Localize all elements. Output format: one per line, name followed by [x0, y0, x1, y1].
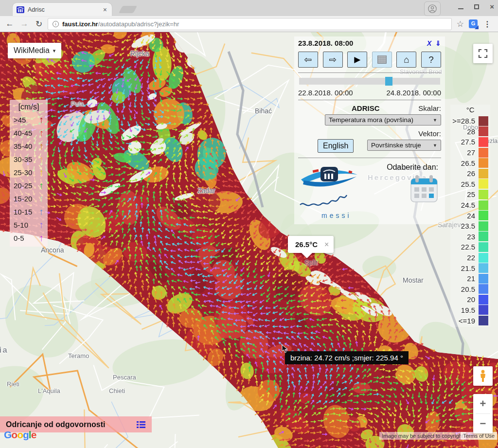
temp-scale-row: 21.5 [452, 263, 488, 273]
map-place-label: Rieti [7, 380, 19, 388]
back-icon[interactable]: ← [4, 19, 16, 29]
map-viewport[interactable]: RijekaPulaBihaćSlavonski BrodDobojTuzlaZ… [0, 32, 498, 448]
google-logo-letter: o [17, 429, 23, 440]
temp-value-label: 26.5 [461, 159, 475, 167]
speed-range-label: 25-30 [14, 168, 32, 177]
messi-logo-text: messi [321, 212, 371, 219]
calendar-icon[interactable] [410, 175, 438, 204]
temp-color-swatch [479, 211, 488, 220]
speed-range-label: 40-45 [14, 129, 32, 137]
temperature-popup: 26.5°C × [288, 236, 334, 253]
help-button[interactable]: ? [421, 52, 441, 68]
basemap-layer-button[interactable]: WikiMedia ▾ [8, 43, 61, 58]
speed-legend-row: >45↑ [14, 113, 44, 126]
temp-value-label: 27.5 [461, 138, 475, 146]
tab-strip: Adrisc × × [0, 0, 498, 16]
speed-legend-row: 5-10↑ [14, 218, 44, 232]
fullscreen-button[interactable] [473, 44, 493, 63]
temp-color-swatch [479, 148, 488, 158]
bookmark-star-icon[interactable]: ☆ [455, 19, 466, 29]
mouse-cursor-icon [281, 344, 289, 353]
map-place-label: L'Aquila [38, 387, 60, 394]
popup-close-icon[interactable]: × [324, 242, 329, 248]
step-back-button[interactable]: ⇦ [298, 52, 318, 68]
url-bar[interactable]: i faust.izor.hr/autodatapub/adrisc?jezik… [48, 18, 452, 30]
speed-range-label: 20-25 [14, 181, 32, 190]
time-slider[interactable] [299, 78, 440, 85]
speed-range-label: 10-15 [14, 208, 32, 216]
speed-legend-row: 10-15↑ [14, 205, 44, 218]
window-close-button[interactable]: × [490, 4, 494, 9]
temp-color-swatch [479, 295, 488, 305]
temp-scale-row: 23 [452, 232, 488, 242]
download-arrow-icon[interactable]: ⇓ [435, 39, 441, 47]
map-place-label: Zadar [197, 187, 215, 195]
temp-color-swatch [479, 316, 488, 325]
temp-value-label: 26 [467, 169, 475, 178]
reload-icon[interactable]: ↻ [33, 19, 45, 29]
time-slider-handle[interactable] [385, 77, 392, 86]
profile-avatar-icon [427, 4, 437, 14]
browser-tab[interactable]: Adrisc × [13, 3, 112, 16]
scalar-select-value: Temperatura mora (površina) [329, 116, 413, 124]
zoom-in-button[interactable]: + [473, 394, 493, 413]
izor-logo [298, 163, 360, 191]
translate-icon[interactable]: G [469, 19, 478, 28]
temp-scale-row: 22.5 [452, 242, 488, 252]
temp-scale-row: 26.5 [452, 158, 488, 168]
map-place-label: Rijeka [130, 50, 149, 57]
browser-menu-icon[interactable]: ⋮ [480, 19, 494, 29]
vector-select-value: Površinske struje [371, 142, 421, 149]
temp-color-swatch [479, 116, 488, 126]
temp-color-swatch [479, 253, 488, 263]
page-info-icon[interactable]: i [53, 21, 59, 27]
map-place-label: Pescara [113, 374, 136, 381]
zoom-control: + − [473, 394, 493, 433]
speed-arrow-icon: ↑ [39, 155, 44, 164]
scalar-label: Skalar: [418, 104, 441, 112]
tab-close-icon[interactable]: × [102, 6, 108, 14]
select-caret-icon: ▼ [433, 118, 437, 123]
temp-scale-row: 19.5 [452, 305, 488, 316]
temp-scale-row: 26 [452, 168, 488, 179]
speed-arrow-icon: ↑ [39, 181, 44, 190]
temp-scale-row: 24.5 [452, 200, 488, 211]
temp-value-label: 22.5 [461, 243, 475, 251]
pegman-button[interactable] [473, 366, 493, 386]
step-forward-button[interactable]: ⇨ [323, 52, 343, 68]
window-maximize-button[interactable] [474, 4, 479, 9]
messi-logo-wave [298, 193, 360, 210]
forward-icon[interactable]: → [18, 19, 30, 29]
language-toggle-button[interactable]: English [318, 139, 354, 153]
vector-select[interactable]: Površinske struje ▼ [367, 140, 441, 151]
map-place-label: Bihać [255, 107, 272, 115]
window-minimize-button[interactable] [458, 8, 463, 9]
vector-label: Vektor: [367, 129, 441, 138]
temp-value-label: 21.5 [461, 264, 475, 272]
profile-button[interactable] [424, 1, 441, 16]
map-place-label: Mostar [403, 276, 424, 284]
map-place-label: Teramo [68, 352, 89, 359]
temp-color-swatch [479, 284, 488, 294]
disclaimer-label: Odricanje od odgovornosti [6, 420, 136, 429]
new-tab-button[interactable] [119, 6, 137, 13]
current-datetime: 23.8.2018. 08:00 [298, 39, 423, 47]
temperature-scale: °C >=28.52827.52726.52625.52524.52423.52… [450, 105, 490, 327]
select-caret-icon: ▼ [433, 143, 437, 148]
tab-title: Adrisc [28, 6, 102, 13]
control-panel: 23.8.2018. 08:00 X ⇓ ⇦ ⇨ ▶ ⌂ ? 22.8.2018… [294, 36, 445, 224]
list-icon [136, 421, 146, 429]
speed-range-label: 0-5 [14, 234, 24, 242]
scalar-select[interactable]: Temperatura mora (površina) ▼ [325, 114, 441, 125]
grid-view-button[interactable] [372, 52, 392, 68]
speed-range-label: 30-35 [14, 155, 32, 163]
zoom-out-button[interactable]: − [473, 414, 493, 433]
temp-scale-row: 23.5 [452, 221, 488, 232]
speed-arrow-icon: ↑ [39, 115, 44, 125]
blue-x-icon[interactable]: X [427, 39, 431, 47]
play-button[interactable]: ▶ [347, 52, 367, 68]
home-extent-button[interactable]: ⌂ [396, 52, 416, 68]
app-title: ADRISC [352, 104, 418, 112]
temp-color-swatch [479, 190, 488, 199]
speed-legend-row: 35-40↑ [14, 140, 44, 153]
